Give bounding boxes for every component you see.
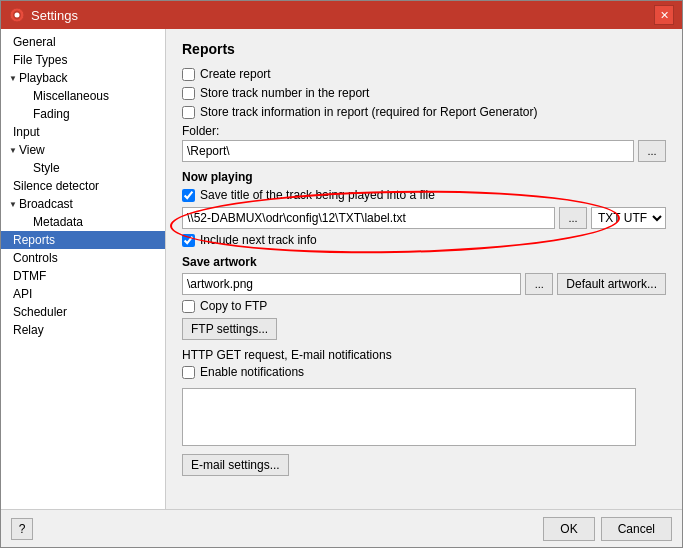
- sidebar-item-silence-detector[interactable]: Silence detector: [1, 177, 165, 195]
- save-artwork-title: Save artwork: [182, 255, 666, 269]
- sidebar-item-broadcast-label: Broadcast: [19, 197, 73, 211]
- http-section-title: HTTP GET request, E-mail notifications: [182, 348, 666, 362]
- sidebar-item-filetypes[interactable]: File Types: [1, 51, 165, 69]
- sidebar-item-style[interactable]: Style: [1, 159, 165, 177]
- artwork-row: ... Default artwork...: [182, 273, 666, 295]
- ftp-settings-button[interactable]: FTP settings...: [182, 318, 277, 340]
- enable-notifications-checkbox[interactable]: [182, 366, 195, 379]
- broadcast-arrow: ▼: [9, 200, 17, 209]
- copy-to-ftp-checkbox[interactable]: [182, 300, 195, 313]
- include-next-track-row: Include next track info: [182, 233, 666, 247]
- sidebar-item-broadcast[interactable]: ▼ Broadcast: [1, 195, 165, 213]
- save-title-row: Save title of the track being played int…: [182, 188, 666, 202]
- sidebar-item-playback[interactable]: ▼ Playback: [1, 69, 165, 87]
- now-playing-title: Now playing: [182, 170, 666, 184]
- view-arrow: ▼: [9, 146, 17, 155]
- store-track-info-label: Store track information in report (requi…: [200, 105, 537, 119]
- playback-arrow: ▼: [9, 74, 17, 83]
- file-path-input[interactable]: [182, 207, 555, 229]
- sidebar-item-playback-label: Playback: [19, 71, 68, 85]
- save-title-label: Save title of the track being played int…: [200, 188, 435, 202]
- sidebar-item-scheduler[interactable]: Scheduler: [1, 303, 165, 321]
- close-button[interactable]: ✕: [654, 5, 674, 25]
- app-icon: [9, 7, 25, 23]
- save-title-checkbox[interactable]: [182, 189, 195, 202]
- folder-row: ...: [182, 140, 666, 162]
- action-buttons: OK Cancel: [543, 517, 672, 541]
- notifications-textarea[interactable]: [182, 388, 636, 446]
- ok-button[interactable]: OK: [543, 517, 594, 541]
- help-button[interactable]: ?: [11, 518, 33, 540]
- create-report-label: Create report: [200, 67, 271, 81]
- default-artwork-button[interactable]: Default artwork...: [557, 273, 666, 295]
- folder-browse-button[interactable]: ...: [638, 140, 666, 162]
- main-content: Reports Create report Store track number…: [166, 29, 682, 509]
- sidebar-item-relay[interactable]: Relay: [1, 321, 165, 339]
- file-path-row: ... TXT UTF8 TXT UTF16 TXT ANSI: [182, 207, 666, 229]
- sidebar-item-controls[interactable]: Controls: [1, 249, 165, 267]
- sidebar-item-metadata[interactable]: Metadata: [1, 213, 165, 231]
- create-report-checkbox[interactable]: [182, 68, 195, 81]
- sidebar-item-miscellaneous[interactable]: Miscellaneous: [1, 87, 165, 105]
- sidebar-item-input[interactable]: Input: [1, 123, 165, 141]
- sidebar-item-general[interactable]: General: [1, 33, 165, 51]
- sidebar-item-fading[interactable]: Fading: [1, 105, 165, 123]
- artwork-path-input[interactable]: [182, 273, 521, 295]
- copy-to-ftp-label: Copy to FTP: [200, 299, 267, 313]
- notifications-wrapper: + − ✕: [182, 384, 666, 450]
- bottom-bar: ? OK Cancel: [1, 509, 682, 547]
- title-bar-left: Settings: [9, 7, 78, 23]
- email-settings-button[interactable]: E-mail settings...: [182, 454, 289, 476]
- folder-input[interactable]: [182, 140, 634, 162]
- cancel-button[interactable]: Cancel: [601, 517, 672, 541]
- artwork-browse-button[interactable]: ...: [525, 273, 553, 295]
- folder-label: Folder:: [182, 124, 666, 138]
- section-title: Reports: [182, 41, 666, 57]
- store-track-info-checkbox[interactable]: [182, 106, 195, 119]
- store-track-info-row: Store track information in report (requi…: [182, 105, 666, 119]
- svg-point-1: [15, 13, 20, 18]
- file-path-browse-button[interactable]: ...: [559, 207, 587, 229]
- sidebar: General File Types ▼ Playback Miscellane…: [1, 29, 166, 509]
- store-track-number-label: Store track number in the report: [200, 86, 369, 100]
- create-report-row: Create report: [182, 67, 666, 81]
- settings-window: Settings ✕ General File Types ▼ Playback…: [0, 0, 683, 548]
- copy-to-ftp-row: Copy to FTP: [182, 299, 666, 313]
- window-body: General File Types ▼ Playback Miscellane…: [1, 29, 682, 509]
- include-next-track-label: Include next track info: [200, 233, 317, 247]
- title-bar: Settings ✕: [1, 1, 682, 29]
- window-title: Settings: [31, 8, 78, 23]
- enable-notifications-row: Enable notifications: [182, 365, 666, 379]
- file-format-select[interactable]: TXT UTF8 TXT UTF16 TXT ANSI: [591, 207, 666, 229]
- sidebar-item-view[interactable]: ▼ View: [1, 141, 165, 159]
- sidebar-item-reports[interactable]: Reports: [1, 231, 165, 249]
- store-track-number-row: Store track number in the report: [182, 86, 666, 100]
- store-track-number-checkbox[interactable]: [182, 87, 195, 100]
- sidebar-item-api[interactable]: API: [1, 285, 165, 303]
- sidebar-item-dtmf[interactable]: DTMF: [1, 267, 165, 285]
- enable-notifications-label: Enable notifications: [200, 365, 304, 379]
- include-next-track-checkbox[interactable]: [182, 234, 195, 247]
- sidebar-item-view-label: View: [19, 143, 45, 157]
